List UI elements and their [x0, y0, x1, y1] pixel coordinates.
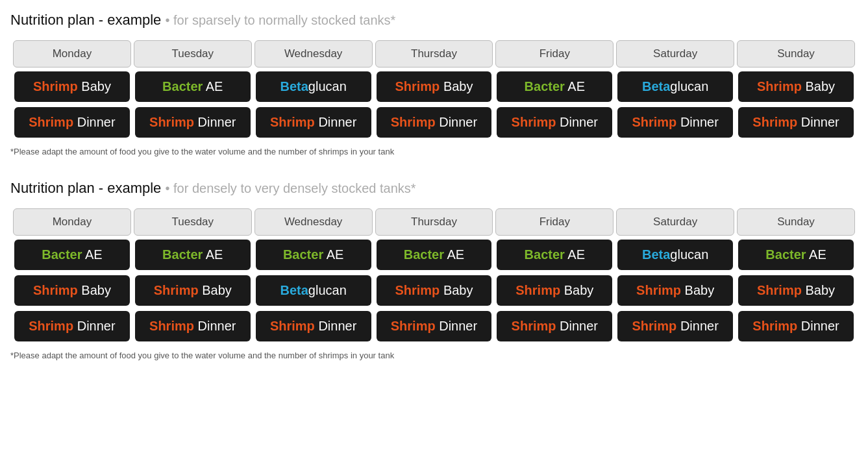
food-cell-td: Shrimp Dinner: [13, 106, 131, 139]
plan-table: MondayTuesdayWednesdayThursdayFridaySatu…: [10, 206, 858, 345]
food-cell-td: Shrimp Dinner: [13, 310, 131, 343]
plan-subtitle: • for densely to very densely stocked ta…: [165, 181, 415, 195]
food-cell: Bacter AE: [377, 240, 492, 270]
food-cell-td: Shrimp Dinner: [737, 310, 855, 343]
food-cell-td: Shrimp Dinner: [616, 310, 734, 343]
food-cell: Shrimp Dinner: [377, 107, 492, 138]
nutrition-plan: Nutrition plan - example • for densely t…: [10, 180, 858, 360]
food-cell-td: Shrimp Baby: [375, 274, 493, 307]
food-cell: Shrimp Dinner: [135, 107, 251, 138]
food-cell-td: Betaglucan: [254, 70, 373, 103]
food-row: Bacter AEBacter AEBacter AEBacter AEBact…: [13, 238, 855, 271]
food-cell-td: Bacter AE: [13, 238, 131, 271]
food-cell: Betaglucan: [617, 71, 733, 102]
footnote: *Please adapt the amount of food you giv…: [10, 147, 858, 156]
food-cell: Betaglucan: [256, 71, 371, 102]
food-cell-td: Shrimp Dinner: [254, 106, 373, 139]
food-cell: Bacter AE: [256, 240, 371, 270]
food-cell: Shrimp Dinner: [256, 311, 371, 341]
food-cell-td: Betaglucan: [616, 238, 734, 271]
food-cell: Bacter AE: [738, 240, 854, 270]
food-cell-td: Bacter AE: [134, 70, 252, 103]
food-cell: Bacter AE: [14, 240, 130, 270]
day-header: Thursday: [375, 208, 493, 236]
day-header: Wednesday: [254, 40, 373, 68]
plan-title: Nutrition plan - example • for sparsely …: [10, 12, 858, 29]
day-header: Wednesday: [254, 208, 373, 236]
food-cell: Shrimp Dinner: [497, 107, 612, 138]
food-cell: Shrimp Dinner: [135, 311, 251, 341]
day-header: Tuesday: [134, 40, 252, 68]
food-cell-td: Bacter AE: [254, 238, 373, 271]
day-header: Saturday: [616, 40, 734, 68]
food-cell: Shrimp Baby: [738, 71, 854, 102]
food-cell: Shrimp Dinner: [14, 107, 130, 138]
day-header: Tuesday: [134, 208, 252, 236]
food-cell: Bacter AE: [135, 240, 251, 270]
plan-title: Nutrition plan - example • for densely t…: [10, 180, 858, 197]
food-cell: Shrimp Dinner: [377, 311, 492, 341]
food-cell-td: Shrimp Dinner: [134, 106, 252, 139]
food-cell-td: Betaglucan: [254, 274, 373, 307]
food-cell: Shrimp Baby: [497, 275, 612, 306]
food-cell: Betaglucan: [256, 275, 371, 306]
day-header: Friday: [495, 40, 614, 68]
food-cell: Shrimp Baby: [617, 275, 733, 306]
plan-subtitle: • for sparsely to normally stocked tanks…: [165, 13, 395, 27]
food-row: Shrimp DinnerShrimp DinnerShrimp DinnerS…: [13, 106, 855, 139]
day-header: Sunday: [737, 208, 855, 236]
food-cell-td: Shrimp Baby: [737, 70, 855, 103]
food-cell-td: Shrimp Baby: [495, 274, 614, 307]
food-cell-td: Shrimp Baby: [375, 70, 493, 103]
day-header: Thursday: [375, 40, 493, 68]
food-cell: Shrimp Dinner: [738, 311, 854, 341]
food-cell-td: Shrimp Baby: [134, 274, 252, 307]
day-header: Monday: [13, 40, 131, 68]
food-cell-td: Bacter AE: [495, 238, 614, 271]
food-cell: Shrimp Baby: [377, 275, 492, 306]
food-row: Shrimp BabyBacter AEBetaglucanShrimp Bab…: [13, 70, 855, 103]
food-cell-td: Shrimp Dinner: [495, 310, 614, 343]
food-cell-td: Bacter AE: [495, 70, 614, 103]
plan-table: MondayTuesdayWednesdayThursdayFridaySatu…: [10, 38, 858, 142]
food-cell-td: Shrimp Dinner: [375, 106, 493, 139]
food-cell-td: Bacter AE: [375, 238, 493, 271]
food-cell-td: Shrimp Baby: [737, 274, 855, 307]
day-header: Monday: [13, 208, 131, 236]
day-header: Saturday: [616, 208, 734, 236]
food-cell: Shrimp Dinner: [738, 107, 854, 138]
food-cell-td: Shrimp Dinner: [495, 106, 614, 139]
food-cell: Bacter AE: [497, 240, 612, 270]
food-cell: Shrimp Baby: [135, 275, 251, 306]
food-cell: Bacter AE: [135, 71, 251, 102]
food-cell: Shrimp Baby: [377, 71, 492, 102]
food-cell: Shrimp Dinner: [256, 107, 371, 138]
food-cell-td: Shrimp Dinner: [375, 310, 493, 343]
food-cell: Bacter AE: [497, 71, 612, 102]
food-cell: Betaglucan: [617, 240, 733, 270]
food-cell-td: Bacter AE: [737, 238, 855, 271]
food-cell-td: Shrimp Baby: [13, 70, 131, 103]
food-cell: Shrimp Dinner: [617, 311, 733, 341]
food-cell-td: Shrimp Dinner: [254, 310, 373, 343]
food-cell-td: Betaglucan: [616, 70, 734, 103]
food-cell-td: Shrimp Baby: [616, 274, 734, 307]
food-cell: Shrimp Baby: [14, 71, 130, 102]
nutrition-plan: Nutrition plan - example • for sparsely …: [10, 12, 858, 156]
food-cell: Shrimp Baby: [738, 275, 854, 306]
food-cell: Shrimp Dinner: [617, 107, 733, 138]
day-header: Sunday: [737, 40, 855, 68]
food-cell-td: Shrimp Baby: [13, 274, 131, 307]
food-cell: Shrimp Dinner: [497, 311, 612, 341]
food-row: Shrimp DinnerShrimp DinnerShrimp DinnerS…: [13, 310, 855, 343]
footnote: *Please adapt the amount of food you giv…: [10, 351, 858, 360]
food-cell-td: Bacter AE: [134, 238, 252, 271]
food-cell: Shrimp Dinner: [14, 311, 130, 341]
food-cell-td: Shrimp Dinner: [616, 106, 734, 139]
food-cell-td: Shrimp Dinner: [737, 106, 855, 139]
food-cell: Shrimp Baby: [14, 275, 130, 306]
day-header: Friday: [495, 208, 614, 236]
food-cell-td: Shrimp Dinner: [134, 310, 252, 343]
food-row: Shrimp BabyShrimp BabyBetaglucanShrimp B…: [13, 274, 855, 307]
